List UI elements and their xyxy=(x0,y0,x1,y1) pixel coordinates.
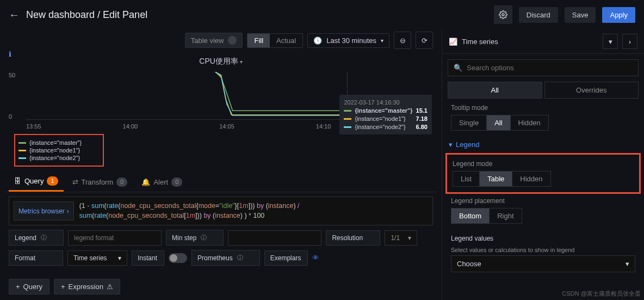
x-tick: 14:00 xyxy=(123,123,138,130)
tab-badge: 0 xyxy=(116,177,127,187)
exemplars-label: Exemplars xyxy=(264,250,308,266)
add-expression-button[interactable]: + Expression ⚠ xyxy=(54,279,120,295)
y-tick: 0 xyxy=(9,113,15,120)
tooltip-value: 7.18 xyxy=(416,115,428,122)
chevron-right-icon[interactable]: › xyxy=(622,34,637,49)
legend-color-icon xyxy=(18,150,26,151)
bell-icon: 🔔 xyxy=(141,178,150,186)
legend-values-help: Select values or calculations to show in… xyxy=(442,247,644,253)
legend-mode-frame: Legend mode List Table Hidden xyxy=(445,153,641,194)
tab-badge: 0 xyxy=(171,177,182,187)
actual-button[interactable]: Actual xyxy=(270,34,302,47)
watermark: CSDN @富士康质检员张全蛋 xyxy=(562,290,641,298)
legend-label[interactable]: {instance="master"} xyxy=(29,139,82,146)
info-icon[interactable]: ⓘ xyxy=(41,234,47,242)
tab-alert[interactable]: 🔔Alert0 xyxy=(136,172,188,192)
instant-toggle[interactable] xyxy=(169,253,187,263)
metrics-browser-label: Metrics browser xyxy=(18,207,65,215)
y-tick: 50 xyxy=(9,72,15,78)
tab-label: Transform xyxy=(82,178,114,186)
viz-type-label[interactable]: Time series xyxy=(462,38,598,46)
toggle-dot-icon xyxy=(228,36,237,45)
chevron-down-icon: ▾ xyxy=(381,38,383,44)
chevron-down-icon[interactable]: ▾ xyxy=(603,34,618,49)
search-input[interactable] xyxy=(467,64,633,72)
side-tab-overrides[interactable]: Overrides xyxy=(544,82,639,99)
tooltip-hidden-button[interactable]: Hidden xyxy=(511,115,548,130)
table-view-label: Table view xyxy=(191,36,224,45)
page-title: New dashboard / Edit Panel xyxy=(26,9,147,21)
settings-icon[interactable] xyxy=(494,5,512,24)
legend-placement-label: Legend placement xyxy=(451,197,635,205)
panel-title[interactable]: CPU使用率 xyxy=(4,51,437,72)
time-range-picker[interactable]: 🕓 Last 30 minutes ▾ xyxy=(307,33,389,48)
svg-point-0 xyxy=(502,14,504,16)
tooltip-label: {instance="master"} xyxy=(355,107,412,114)
tab-query[interactable]: 🗄Query1 xyxy=(9,172,64,192)
eye-icon[interactable]: 👁 xyxy=(312,254,319,262)
query-expression-input[interactable]: (1 - sum(rate(node_cpu_seconds_total{mod… xyxy=(79,201,428,221)
legend-color-icon xyxy=(18,142,26,144)
legend-label[interactable]: {instance="node2"} xyxy=(29,155,80,161)
refresh-icon[interactable]: ⟳ xyxy=(416,32,433,49)
tooltip-value: 15.1 xyxy=(416,107,428,114)
tab-label: Alert xyxy=(153,178,168,186)
format-select[interactable]: Time series▾ xyxy=(67,250,127,266)
save-button[interactable]: Save xyxy=(565,7,596,23)
choose-label: Choose xyxy=(457,260,481,268)
add-query-button[interactable]: + Query xyxy=(9,279,49,295)
legend-table-button[interactable]: Table xyxy=(480,172,512,186)
info-icon[interactable]: ⓘ xyxy=(201,234,207,242)
database-icon: 🗄 xyxy=(14,177,21,185)
chevron-down-icon: ▾ xyxy=(408,234,411,242)
transform-icon: ⇄ xyxy=(72,178,78,186)
metrics-browser-button[interactable]: Metrics browser › xyxy=(14,201,74,221)
legend-box: {instance="master"} {instance="node1"} {… xyxy=(14,134,104,167)
minstep-label-box: Min stepⓘ xyxy=(166,230,224,246)
clock-icon: 🕓 xyxy=(313,36,322,45)
zoom-out-icon[interactable]: ⊖ xyxy=(394,32,411,49)
table-view-toggle[interactable]: Table view xyxy=(185,33,243,48)
info-icon[interactable]: ⓘ xyxy=(237,254,243,262)
warning-icon: ⚠ xyxy=(107,283,113,291)
legend-label[interactable]: {instance="node1"} xyxy=(29,147,80,154)
back-arrow[interactable]: ← xyxy=(9,9,20,21)
legend-mode-label: Legend mode xyxy=(453,160,634,168)
legend-values-select[interactable]: Choose ▾ xyxy=(451,255,635,272)
tooltip-color-icon xyxy=(344,110,351,112)
discard-button[interactable]: Discard xyxy=(519,7,558,23)
resolution-select[interactable]: 1/1▾ xyxy=(385,230,417,246)
legend-format-input[interactable] xyxy=(68,230,162,246)
tab-label: Query xyxy=(24,177,44,185)
prometheus-label-box: Prometheusⓘ xyxy=(191,250,260,266)
minstep-input[interactable] xyxy=(228,230,321,246)
info-icon[interactable]: ℹ xyxy=(9,50,11,58)
apply-button[interactable]: Apply xyxy=(602,7,635,23)
chart-tooltip: 2022-03-17 14:16:30 {instance="master"}1… xyxy=(339,95,432,134)
resolution-label-box: Resolution xyxy=(326,230,380,246)
fill-button[interactable]: Fill xyxy=(247,34,270,47)
legend-hidden-button[interactable]: Hidden xyxy=(512,172,550,186)
legend-section-header[interactable]: ▾Legend xyxy=(442,136,644,153)
chevron-down-icon: ▾ xyxy=(626,260,629,268)
tooltip-time: 2022-03-17 14:16:30 xyxy=(344,99,428,106)
tab-badge: 1 xyxy=(47,176,58,186)
x-tick: 14:10 xyxy=(316,123,331,130)
chevron-down-icon: ▾ xyxy=(449,140,453,149)
tooltip-all-button[interactable]: All xyxy=(487,115,510,130)
side-tab-all[interactable]: All xyxy=(448,82,542,99)
tooltip-single-button[interactable]: Single xyxy=(451,115,487,130)
tooltip-color-icon xyxy=(344,118,351,120)
instant-label: Instant xyxy=(132,250,164,266)
legend-color-icon xyxy=(18,157,26,159)
tooltip-label: {instance="node1"} xyxy=(355,115,405,122)
legend-right-button[interactable]: Right xyxy=(490,209,521,223)
legend-section-label: Legend xyxy=(456,140,479,149)
legend-list-button[interactable]: List xyxy=(453,172,480,186)
search-options-input[interactable]: 🔍 xyxy=(448,59,639,76)
legend-bottom-button[interactable]: Bottom xyxy=(451,209,490,223)
legend-label-box: Legendⓘ xyxy=(9,230,64,246)
search-icon: 🔍 xyxy=(454,64,462,72)
chevron-down-icon: ▾ xyxy=(118,254,121,262)
tab-transform[interactable]: ⇄Transform0 xyxy=(67,172,133,192)
